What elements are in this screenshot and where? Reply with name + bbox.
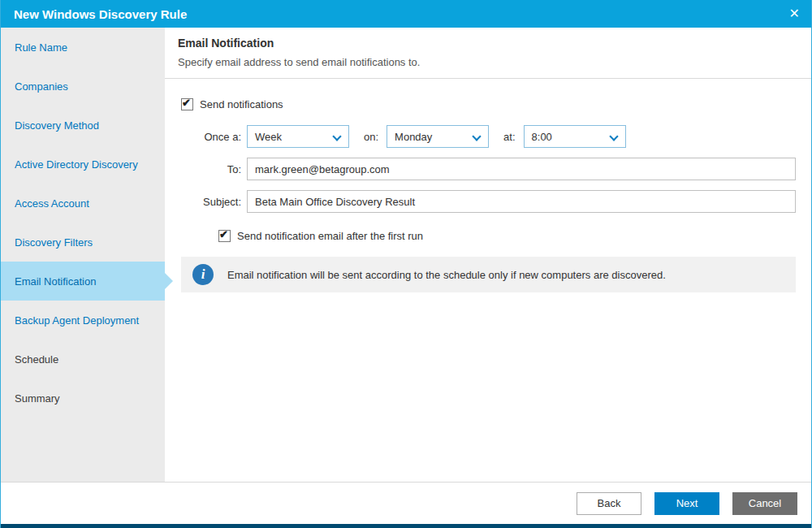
next-button[interactable]: Next [654, 492, 719, 515]
window-bottom-border [1, 524, 811, 528]
sidebar-item-companies[interactable]: Companies [1, 67, 165, 106]
sidebar-item-access-account[interactable]: Access Account [1, 184, 165, 223]
to-input[interactable] [247, 158, 796, 180]
title-bar: New Windows Discovery Rule ✕ [1, 0, 811, 28]
footer-bar: Back Next Cancel [1, 482, 811, 524]
close-icon[interactable]: ✕ [789, 7, 800, 20]
wizard-content: Email Notification Specify email address… [165, 28, 811, 482]
sidebar-item-schedule: Schedule [1, 340, 165, 379]
to-row: To: [181, 158, 796, 180]
page-title: Email Notification [178, 37, 811, 50]
page-header: Email Notification Specify email address… [165, 28, 811, 79]
sidebar-item-summary: Summary [1, 379, 165, 418]
chevron-down-icon [472, 132, 481, 141]
chevron-down-icon [332, 132, 341, 141]
subject-row: Subject: [181, 190, 796, 213]
frequency-value: Week [255, 131, 282, 143]
once-a-label: Once a: [181, 131, 241, 143]
first-run-label: Send notification email after the first … [237, 230, 423, 242]
sidebar-item-backup-agent-deployment[interactable]: Backup Agent Deployment [1, 301, 165, 340]
at-label: at: [503, 131, 515, 143]
back-button[interactable]: Back [577, 492, 641, 515]
page-subtitle: Specify email address to send email noti… [178, 56, 811, 68]
first-run-checkbox[interactable] [218, 230, 231, 242]
send-notifications-label: Send notifications [200, 98, 283, 110]
time-select[interactable]: 8:00 [524, 125, 626, 148]
chevron-down-icon [609, 132, 618, 141]
frequency-select[interactable]: Week [247, 125, 349, 148]
schedule-row: Once a: Week on: Monday at: 8:00 [181, 125, 796, 148]
window-title: New Windows Discovery Rule [14, 7, 187, 21]
send-notifications-checkbox[interactable] [181, 98, 193, 110]
sidebar-item-active-directory-discovery[interactable]: Active Directory Discovery [1, 145, 165, 184]
day-value: Monday [395, 131, 432, 143]
sidebar-item-rule-name[interactable]: Rule Name [1, 28, 165, 67]
info-text: Email notification will be sent accordin… [227, 269, 666, 281]
day-select[interactable]: Monday [387, 125, 489, 148]
dialog-new-windows-discovery-rule: New Windows Discovery Rule ✕ Rule Name C… [0, 0, 812, 528]
subject-label: Subject: [181, 196, 241, 208]
to-label: To: [181, 163, 241, 175]
sidebar-item-email-notification[interactable]: Email Notification [1, 262, 165, 301]
send-notifications-row: Send notifications [181, 98, 796, 110]
info-icon: i [192, 264, 214, 285]
info-banner: i Email notification will be sent accord… [181, 257, 796, 292]
sidebar-item-discovery-filters[interactable]: Discovery Filters [1, 223, 165, 262]
wizard-sidebar: Rule Name Companies Discovery Method Act… [1, 28, 165, 482]
cancel-button[interactable]: Cancel [732, 492, 797, 515]
on-label: on: [364, 131, 378, 143]
time-value: 8:00 [532, 131, 552, 143]
first-run-row: Send notification email after the first … [218, 230, 796, 242]
sidebar-item-discovery-method[interactable]: Discovery Method [1, 106, 165, 145]
subject-input[interactable] [247, 190, 796, 213]
